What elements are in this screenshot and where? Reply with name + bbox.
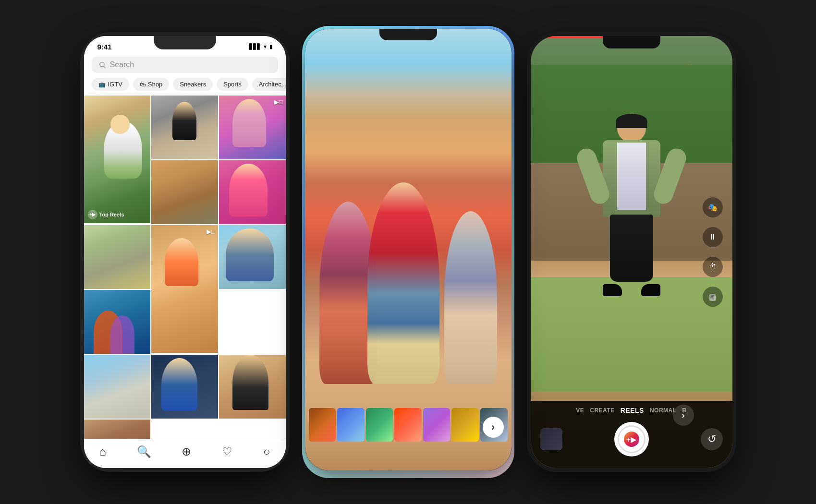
pill-sneakers[interactable]: Sneakers bbox=[173, 78, 213, 91]
camera-next-icon: › bbox=[682, 410, 685, 420]
mode-normal[interactable]: NORMAL bbox=[650, 407, 677, 414]
camera-bottom: VE CREATE REELS NORMAL B +▶ bbox=[531, 401, 732, 468]
shop-icon: 🛍 bbox=[140, 81, 146, 88]
camera-screen: ○ ⚡ ✕ bbox=[531, 36, 732, 468]
reels-record-icon: +▶ bbox=[624, 432, 639, 447]
grid-cell-8[interactable] bbox=[219, 225, 286, 289]
mode-ve[interactable]: VE bbox=[576, 407, 584, 414]
grid-cell-10[interactable] bbox=[84, 355, 151, 419]
nav-home-icon[interactable]: ⌂ bbox=[99, 445, 106, 458]
shutter-button[interactable]: +▶ bbox=[614, 422, 649, 456]
grid-cell-5[interactable] bbox=[219, 160, 286, 224]
phone-2-notch bbox=[379, 29, 437, 40]
bottom-nav: ⌂ 🔍 ⊕ ♡ ○ bbox=[84, 439, 286, 468]
camera-mode-tabs: VE CREATE REELS NORMAL B bbox=[540, 407, 723, 414]
search-placeholder: Search bbox=[110, 60, 134, 69]
gallery-thumbnail[interactable] bbox=[540, 428, 562, 450]
pill-sports-label: Sports bbox=[223, 81, 242, 88]
grid-cell-4[interactable] bbox=[151, 160, 218, 224]
grid-cell-13[interactable] bbox=[84, 420, 151, 439]
phone-2-inner: › bbox=[305, 29, 512, 470]
explore-screen: 9:41 ▋▋▋ ▾ ▮ Search bbox=[84, 36, 286, 468]
thumb-1[interactable] bbox=[309, 408, 336, 442]
phone-2-reels: › bbox=[305, 29, 512, 470]
flip-icon: ↺ bbox=[707, 433, 716, 445]
thumb-5[interactable] bbox=[423, 408, 451, 442]
pill-architec-label: Architec... bbox=[259, 81, 286, 88]
nav-heart-icon[interactable]: ♡ bbox=[222, 445, 232, 458]
reels-video-bg: › bbox=[305, 29, 512, 470]
grid-cell-12[interactable] bbox=[219, 355, 286, 419]
grid-cell-11[interactable] bbox=[151, 355, 218, 419]
phone-3-camera: ○ ⚡ ✕ bbox=[531, 36, 732, 468]
thumb-2[interactable] bbox=[337, 408, 365, 442]
camera-right-controls: 🎭 ⏸ ⏱ ▦ bbox=[703, 197, 723, 307]
explore-grid: +▶ Top Reels bbox=[84, 96, 286, 439]
reels-next-button[interactable]: › bbox=[483, 417, 504, 438]
phone-1-explore: 9:41 ▋▋▋ ▾ ▮ Search bbox=[84, 36, 286, 468]
camera-subject bbox=[584, 114, 680, 296]
camera-preview bbox=[531, 65, 732, 391]
svg-line-1 bbox=[104, 66, 106, 68]
timer-icon[interactable]: ⏱ bbox=[703, 257, 723, 277]
search-bar-container: Search bbox=[84, 54, 286, 78]
thumb-3[interactable] bbox=[366, 408, 393, 442]
nav-search-icon[interactable]: 🔍 bbox=[137, 445, 151, 458]
dancers-overlay bbox=[305, 29, 512, 470]
camera-next-button[interactable]: › bbox=[673, 405, 694, 426]
grid-cell-6[interactable] bbox=[84, 225, 151, 289]
status-icons-1: ▋▋▋ ▾ ▮ bbox=[249, 44, 272, 50]
signal-icon: ▋▋▋ bbox=[249, 44, 261, 50]
pill-sports[interactable]: Sports bbox=[217, 78, 248, 91]
thumb-4[interactable] bbox=[394, 408, 422, 442]
pill-shop-label: Shop bbox=[148, 81, 162, 88]
sticker-icon[interactable]: 🎭 bbox=[703, 197, 723, 217]
category-pills: 📺 IGTV 🛍 Shop Sneakers Sports Architec..… bbox=[84, 78, 286, 96]
thumbnail-strip bbox=[305, 408, 512, 442]
grid-cell-7[interactable]: ▶□ bbox=[151, 225, 218, 353]
layout-icon[interactable]: ▦ bbox=[703, 287, 723, 307]
grid-cell-3[interactable]: ▶□ bbox=[219, 96, 286, 159]
battery-icon: ▮ bbox=[269, 44, 272, 50]
reel-add-icon: +▶ bbox=[88, 210, 97, 219]
search-bar[interactable]: Search bbox=[92, 57, 278, 73]
nav-profile-icon[interactable]: ○ bbox=[263, 445, 270, 458]
video-badge-7: ▶□ bbox=[207, 228, 215, 235]
phone-2-wrapper: › bbox=[305, 29, 512, 475]
pill-sneakers-label: Sneakers bbox=[180, 81, 206, 88]
flip-camera-button[interactable]: ↺ bbox=[701, 428, 723, 450]
top-reels-label: +▶ Top Reels bbox=[88, 210, 124, 219]
thumb-6[interactable] bbox=[451, 408, 479, 442]
mode-reels[interactable]: REELS bbox=[621, 407, 644, 414]
video-badge-3: ▶□ bbox=[274, 98, 283, 106]
status-time-1: 9:41 bbox=[97, 43, 112, 51]
next-arrow-icon: › bbox=[491, 421, 495, 433]
grid-cell-1[interactable]: +▶ Top Reels bbox=[84, 96, 151, 223]
grid-cell-9[interactable] bbox=[84, 290, 151, 354]
pill-igtv[interactable]: 📺 IGTV bbox=[92, 78, 129, 91]
pill-shop[interactable]: 🛍 Shop bbox=[133, 78, 169, 91]
shutter-inner: +▶ bbox=[618, 425, 645, 453]
search-icon bbox=[98, 61, 106, 69]
igtv-icon: 📺 bbox=[98, 81, 106, 88]
wifi-icon: ▾ bbox=[264, 44, 267, 50]
phone-3-notch bbox=[603, 36, 660, 48]
phone-1-notch bbox=[154, 36, 216, 49]
mode-create[interactable]: CREATE bbox=[590, 407, 614, 414]
pill-architec[interactable]: Architec... bbox=[252, 78, 286, 91]
grid-cell-2[interactable] bbox=[151, 96, 218, 159]
pill-igtv-label: IGTV bbox=[108, 81, 122, 88]
pause-icon[interactable]: ⏸ bbox=[703, 227, 723, 247]
svg-point-0 bbox=[99, 62, 104, 67]
nav-add-icon[interactable]: ⊕ bbox=[182, 445, 191, 458]
camera-controls-row: +▶ ↺ bbox=[540, 422, 723, 456]
